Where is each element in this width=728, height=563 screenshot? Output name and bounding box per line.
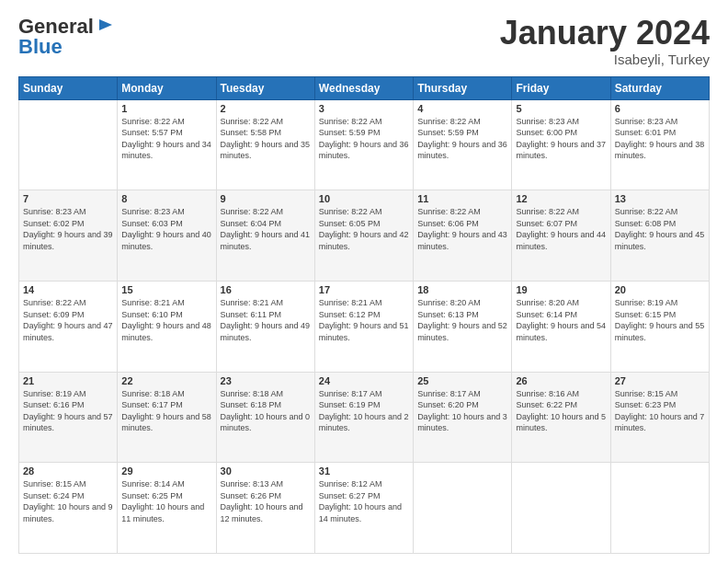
calendar-cell: 14Sunrise: 8:22 AMSunset: 6:09 PMDayligh… [19, 281, 118, 372]
day-number: 23 [221, 375, 311, 386]
day-info: Sunrise: 8:22 AMSunset: 6:07 PMDaylight:… [516, 206, 606, 252]
day-number: 13 [615, 193, 705, 204]
calendar-cell: 31Sunrise: 8:12 AMSunset: 6:27 PMDayligh… [314, 463, 413, 554]
day-number: 22 [121, 375, 211, 386]
day-info: Sunrise: 8:22 AMSunset: 5:58 PMDaylight:… [221, 116, 311, 162]
day-info: Sunrise: 8:20 AMSunset: 6:13 PMDaylight:… [417, 297, 507, 343]
calendar-week-row: 1Sunrise: 8:22 AMSunset: 5:57 PMDaylight… [19, 99, 710, 190]
day-info: Sunrise: 8:18 AMSunset: 6:17 PMDaylight:… [121, 388, 211, 434]
calendar-cell [610, 463, 709, 554]
calendar-header-row: Sunday Monday Tuesday Wednesday Thursday… [19, 76, 710, 99]
calendar-cell: 3Sunrise: 8:22 AMSunset: 5:59 PMDaylight… [314, 99, 413, 190]
page: General Blue January 2024 Isabeyli, Turk… [0, 0, 728, 563]
logo-flag-icon [96, 17, 114, 36]
day-number: 8 [121, 193, 211, 204]
col-friday: Friday [512, 76, 610, 99]
calendar-cell [19, 99, 118, 190]
day-number: 2 [221, 103, 311, 114]
header: General Blue January 2024 Isabeyli, Turk… [18, 15, 710, 67]
day-info: Sunrise: 8:23 AMSunset: 6:00 PMDaylight:… [516, 116, 606, 162]
calendar-cell: 24Sunrise: 8:17 AMSunset: 6:19 PMDayligh… [314, 372, 413, 463]
calendar-week-row: 21Sunrise: 8:19 AMSunset: 6:16 PMDayligh… [19, 372, 710, 463]
logo: General Blue [18, 15, 114, 59]
calendar-week-row: 14Sunrise: 8:22 AMSunset: 6:09 PMDayligh… [19, 281, 710, 372]
day-info: Sunrise: 8:23 AMSunset: 6:02 PMDaylight:… [23, 206, 113, 252]
col-thursday: Thursday [414, 76, 512, 99]
day-number: 26 [516, 375, 606, 386]
day-number: 19 [516, 284, 606, 295]
day-number: 29 [121, 465, 211, 477]
calendar-cell: 21Sunrise: 8:19 AMSunset: 6:16 PMDayligh… [19, 372, 118, 463]
calendar-cell: 12Sunrise: 8:22 AMSunset: 6:07 PMDayligh… [512, 190, 610, 282]
calendar-cell: 11Sunrise: 8:22 AMSunset: 6:06 PMDayligh… [414, 190, 512, 282]
calendar-cell: 5Sunrise: 8:23 AMSunset: 6:00 PMDaylight… [512, 99, 610, 190]
svg-marker-0 [99, 19, 112, 30]
day-info: Sunrise: 8:22 AMSunset: 6:04 PMDaylight:… [221, 206, 311, 252]
day-number: 10 [319, 193, 409, 204]
calendar-week-row: 28Sunrise: 8:15 AMSunset: 6:24 PMDayligh… [19, 463, 710, 554]
col-sunday: Sunday [19, 76, 118, 99]
day-number: 27 [615, 375, 705, 386]
day-number: 30 [221, 465, 311, 477]
day-info: Sunrise: 8:16 AMSunset: 6:22 PMDaylight:… [516, 388, 606, 434]
day-number: 28 [23, 465, 113, 477]
day-info: Sunrise: 8:21 AMSunset: 6:11 PMDaylight:… [221, 297, 311, 343]
calendar-cell: 4Sunrise: 8:22 AMSunset: 5:59 PMDaylight… [414, 99, 512, 190]
day-info: Sunrise: 8:22 AMSunset: 5:59 PMDaylight:… [417, 116, 507, 162]
calendar-cell [512, 463, 610, 554]
calendar-cell: 20Sunrise: 8:19 AMSunset: 6:15 PMDayligh… [610, 281, 709, 372]
calendar-cell: 27Sunrise: 8:15 AMSunset: 6:23 PMDayligh… [610, 372, 709, 463]
col-tuesday: Tuesday [216, 76, 314, 99]
col-wednesday: Wednesday [314, 76, 413, 99]
calendar-cell: 17Sunrise: 8:21 AMSunset: 6:12 PMDayligh… [314, 281, 413, 372]
day-info: Sunrise: 8:15 AMSunset: 6:24 PMDaylight:… [23, 478, 113, 524]
location: Isabeyli, Turkey [500, 52, 710, 67]
day-info: Sunrise: 8:23 AMSunset: 6:03 PMDaylight:… [121, 206, 211, 252]
day-number: 24 [319, 375, 409, 386]
col-saturday: Saturday [610, 76, 709, 99]
calendar-cell: 28Sunrise: 8:15 AMSunset: 6:24 PMDayligh… [19, 463, 118, 554]
day-number: 15 [121, 284, 211, 295]
day-number: 20 [615, 284, 705, 295]
day-info: Sunrise: 8:22 AMSunset: 6:09 PMDaylight:… [23, 297, 113, 343]
day-number: 4 [417, 103, 507, 114]
day-number: 11 [417, 193, 507, 204]
month-title: January 2024 [500, 15, 710, 52]
day-number: 17 [319, 284, 409, 295]
day-info: Sunrise: 8:19 AMSunset: 6:16 PMDaylight:… [23, 388, 113, 434]
day-info: Sunrise: 8:22 AMSunset: 6:06 PMDaylight:… [417, 206, 507, 252]
day-info: Sunrise: 8:17 AMSunset: 6:19 PMDaylight:… [319, 388, 409, 434]
day-number: 18 [417, 284, 507, 295]
day-number: 1 [121, 103, 211, 114]
logo-blue: Blue [18, 35, 63, 59]
calendar-cell: 8Sunrise: 8:23 AMSunset: 6:03 PMDaylight… [118, 190, 216, 282]
calendar-cell: 6Sunrise: 8:23 AMSunset: 6:01 PMDaylight… [610, 99, 709, 190]
calendar-cell: 10Sunrise: 8:22 AMSunset: 6:05 PMDayligh… [314, 190, 413, 282]
day-info: Sunrise: 8:23 AMSunset: 6:01 PMDaylight:… [615, 116, 705, 162]
day-number: 9 [221, 193, 311, 204]
day-info: Sunrise: 8:13 AMSunset: 6:26 PMDaylight:… [221, 478, 311, 524]
calendar-cell: 18Sunrise: 8:20 AMSunset: 6:13 PMDayligh… [414, 281, 512, 372]
calendar-cell: 29Sunrise: 8:14 AMSunset: 6:25 PMDayligh… [118, 463, 216, 554]
calendar-cell: 15Sunrise: 8:21 AMSunset: 6:10 PMDayligh… [118, 281, 216, 372]
day-info: Sunrise: 8:22 AMSunset: 5:59 PMDaylight:… [319, 116, 409, 162]
calendar-cell: 19Sunrise: 8:20 AMSunset: 6:14 PMDayligh… [512, 281, 610, 372]
calendar-cell: 7Sunrise: 8:23 AMSunset: 6:02 PMDaylight… [19, 190, 118, 282]
day-info: Sunrise: 8:21 AMSunset: 6:12 PMDaylight:… [319, 297, 409, 343]
day-number: 25 [417, 375, 507, 386]
day-info: Sunrise: 8:12 AMSunset: 6:27 PMDaylight:… [319, 478, 409, 524]
day-info: Sunrise: 8:17 AMSunset: 6:20 PMDaylight:… [417, 388, 507, 434]
calendar-cell: 22Sunrise: 8:18 AMSunset: 6:17 PMDayligh… [118, 372, 216, 463]
calendar-table: Sunday Monday Tuesday Wednesday Thursday… [18, 76, 710, 554]
day-info: Sunrise: 8:15 AMSunset: 6:23 PMDaylight:… [615, 388, 705, 434]
day-number: 31 [319, 465, 409, 477]
day-info: Sunrise: 8:19 AMSunset: 6:15 PMDaylight:… [615, 297, 705, 343]
day-number: 16 [221, 284, 311, 295]
day-info: Sunrise: 8:22 AMSunset: 5:57 PMDaylight:… [121, 116, 211, 162]
col-monday: Monday [118, 76, 216, 99]
day-info: Sunrise: 8:20 AMSunset: 6:14 PMDaylight:… [516, 297, 606, 343]
day-number: 5 [516, 103, 606, 114]
calendar-cell: 26Sunrise: 8:16 AMSunset: 6:22 PMDayligh… [512, 372, 610, 463]
calendar-cell: 9Sunrise: 8:22 AMSunset: 6:04 PMDaylight… [216, 190, 314, 282]
calendar-cell: 1Sunrise: 8:22 AMSunset: 5:57 PMDaylight… [118, 99, 216, 190]
